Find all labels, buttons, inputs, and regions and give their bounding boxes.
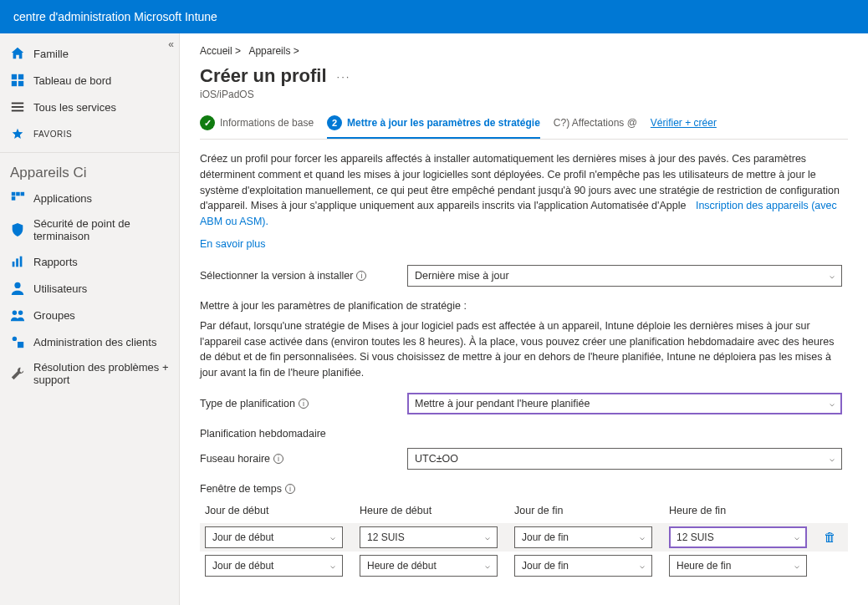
svg-rect-0	[12, 74, 17, 79]
page-subtitle: iOS/iPadOS	[200, 89, 848, 100]
svg-rect-12	[16, 258, 18, 267]
sidebar-item-dashboard[interactable]: Tableau de bord	[0, 67, 179, 94]
sidebar-item-label: Tableau de bord	[33, 74, 111, 87]
learn-more-link[interactable]: En savoir plus	[200, 238, 848, 250]
sidebar-item-label: Administration des clients	[33, 336, 156, 348]
chevron-down-icon: ⌵	[330, 561, 335, 570]
start-day-select[interactable]: Jour de début⌵	[205, 555, 343, 577]
page-title: Créer un profil	[200, 65, 327, 87]
schedule-settings-header: Mettre à jour les paramètres de planific…	[200, 300, 848, 312]
wrench-icon	[10, 366, 25, 381]
step-label: Mettre à jour les paramètres de stratégi…	[347, 117, 540, 129]
sidebar-item-users[interactable]: Utilisateurs	[0, 275, 179, 302]
sidebar-item-services[interactable]: Tous les services	[0, 94, 179, 120]
info-icon[interactable]: i	[273, 454, 283, 464]
end-day-select[interactable]: Jour de fin⌵	[514, 526, 652, 548]
svg-rect-9	[21, 192, 25, 196]
sidebar-item-security[interactable]: Sécurité de point de terminaison	[0, 211, 179, 248]
sidebar-item-reports[interactable]: Rapports	[0, 248, 179, 275]
reports-icon	[10, 254, 25, 269]
apps-icon	[10, 191, 25, 206]
version-row: Sélectionner la version à installer i De…	[200, 265, 848, 287]
collapse-sidebar-icon[interactable]: «	[168, 38, 174, 50]
step-assignments[interactable]: C?) Affectations @	[554, 117, 637, 129]
version-select[interactable]: Dernière mise à jour ⌵	[407, 265, 842, 287]
sidebar-item-label: Résolution des problèmes + support	[33, 361, 169, 386]
start-time-select[interactable]: 12 SUIS⌵	[360, 526, 498, 548]
svg-rect-11	[13, 262, 15, 267]
svg-rect-4	[12, 103, 23, 104]
step-label: C?) Affectations @	[554, 117, 637, 129]
sidebar-item-groups[interactable]: Groupes	[0, 302, 179, 328]
wizard-steps: Informations de base 2 Mettre à jour les…	[200, 115, 848, 140]
sidebar-section-header: Appareils Ci	[0, 158, 179, 185]
chevron-down-icon: ⌵	[794, 532, 799, 541]
list-icon	[10, 99, 25, 114]
step-label: Informations de base	[220, 117, 314, 129]
svg-point-15	[13, 311, 17, 315]
main-content: Accueil > Appareils > Créer un profil ··…	[180, 33, 868, 605]
sidebar-item-apps[interactable]: Applications	[0, 185, 179, 211]
svg-rect-8	[16, 192, 20, 196]
breadcrumb: Accueil > Appareils >	[200, 45, 848, 57]
svg-rect-2	[12, 81, 17, 86]
timezone-select[interactable]: UTC±OO ⌵	[407, 448, 842, 470]
step-update-settings[interactable]: 2 Mettre à jour les paramètres de straté…	[327, 115, 540, 139]
top-bar: centre d'administration Microsoft Intune	[0, 0, 868, 33]
info-icon[interactable]: i	[299, 399, 309, 409]
timezone-label: Fuseau horaire i	[200, 453, 407, 465]
step-label: Vérifier + créer	[651, 117, 717, 129]
step-basics[interactable]: Informations de base	[200, 115, 314, 130]
chevron-down-icon: ⌵	[830, 399, 835, 408]
breadcrumb-devices[interactable]: Appareils >	[248, 45, 299, 57]
start-day-select[interactable]: Jour de début⌵	[205, 526, 343, 548]
schedule-type-label: Type de planification i	[200, 398, 407, 409]
sidebar-item-label: Famille	[33, 48, 69, 60]
chevron-down-icon: ⌵	[640, 561, 645, 570]
schedule-type-select[interactable]: Mettre à jour pendant l'heure planifiée …	[407, 393, 842, 414]
shield-icon	[10, 222, 25, 237]
sidebar-favoris-label: FAVORIS	[33, 130, 72, 139]
end-day-select[interactable]: Jour de fin⌵	[514, 555, 652, 577]
sidebar-item-home[interactable]: Famille	[0, 40, 179, 67]
sidebar-item-label: Applications	[33, 192, 92, 205]
tenant-icon	[10, 334, 25, 349]
svg-point-16	[18, 311, 23, 315]
weekly-header: Planification hebdomadaire	[200, 428, 848, 440]
sidebar-item-label: Rapports	[33, 256, 78, 268]
end-time-select[interactable]: 12 SUIS⌵	[669, 526, 807, 548]
svg-point-17	[13, 337, 17, 341]
version-label: Sélectionner la version à installer i	[200, 270, 407, 282]
info-icon[interactable]: i	[356, 271, 366, 281]
description-text: Créez un profil pour forcer les appareil…	[200, 151, 848, 230]
star-icon	[10, 126, 25, 141]
home-icon	[10, 46, 25, 61]
info-icon[interactable]: i	[285, 484, 295, 494]
chevron-down-icon: ⌵	[640, 532, 645, 541]
start-time-select[interactable]: Heure de début⌵	[360, 555, 498, 577]
svg-rect-5	[12, 106, 23, 108]
time-window-headers: Jour de début Heure de début Jour de fin…	[200, 505, 848, 523]
schedule-type-row: Type de planification i Mettre à jour pe…	[200, 393, 848, 414]
svg-rect-18	[18, 342, 23, 348]
page-title-row: Créer un profil ···	[200, 65, 848, 87]
more-actions-icon[interactable]: ···	[337, 70, 351, 83]
time-window-row: Jour de début⌵ 12 SUIS⌵ Jour de fin⌵ 12 …	[200, 523, 848, 552]
svg-rect-6	[12, 110, 23, 112]
delete-row-icon[interactable]: 🗑	[824, 530, 836, 544]
sidebar-item-tenant[interactable]: Administration des clients	[0, 328, 179, 355]
sidebar: « Famille Tableau de bord Tous les servi…	[0, 33, 180, 605]
chevron-down-icon: ⌵	[830, 271, 835, 280]
col-end-day: Jour de fin	[514, 505, 652, 516]
groups-icon	[10, 308, 25, 323]
col-start-time: Heure de début	[360, 505, 498, 516]
sidebar-item-troubleshoot[interactable]: Résolution des problèmes + support	[0, 355, 179, 392]
breadcrumb-home[interactable]: Accueil >	[200, 45, 241, 57]
time-window-row: Jour de début⌵ Heure de début⌵ Jour de f…	[200, 552, 848, 580]
end-time-select[interactable]: Heure de fin⌵	[669, 555, 807, 577]
svg-point-14	[14, 282, 20, 288]
step-review[interactable]: Vérifier + créer	[651, 117, 717, 129]
chevron-down-icon: ⌵	[794, 561, 799, 570]
sidebar-item-label: Tous les services	[33, 101, 116, 114]
svg-rect-3	[18, 81, 23, 86]
